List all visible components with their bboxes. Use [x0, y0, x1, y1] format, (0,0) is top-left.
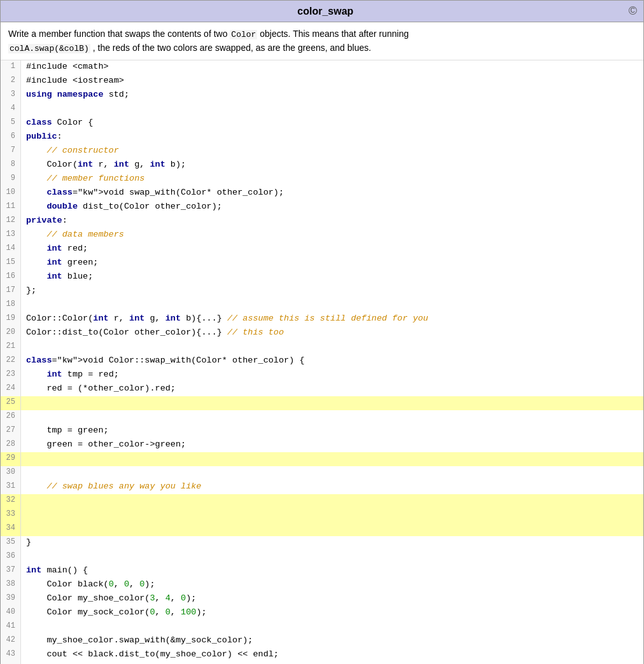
main-window: color_swap © Write a member function tha…	[0, 0, 644, 664]
line-number: 39	[1, 592, 21, 606]
line-number: 34	[1, 522, 21, 536]
line-content	[21, 620, 643, 634]
line-number: 17	[1, 284, 21, 298]
line-number: 40	[1, 606, 21, 620]
code-line: 26	[1, 410, 643, 424]
line-content: int tmp = red;	[21, 368, 643, 382]
line-number: 32	[1, 494, 21, 508]
code-line: 14 int red;	[1, 242, 643, 256]
editable-line[interactable]	[26, 453, 643, 463]
code-line: 22class="kw">void Color::swap_with(Color…	[1, 354, 643, 368]
line-number: 35	[1, 536, 21, 550]
code-line: 11 double dist_to(Color other_color);	[1, 200, 643, 214]
line-number: 25	[1, 396, 21, 410]
code-line: 12private:	[1, 214, 643, 228]
line-content	[21, 298, 643, 312]
copyright-icon: ©	[629, 4, 637, 18]
line-number: 30	[1, 466, 21, 480]
code-line: 39 Color my_shoe_color(3, 4, 0);	[1, 592, 643, 606]
code-line: 5class Color {	[1, 116, 643, 130]
line-content: int main() {	[21, 564, 643, 578]
line-number: 16	[1, 270, 21, 284]
line-number: 28	[1, 438, 21, 452]
code-line: 6public:	[1, 130, 643, 144]
code-line: 31 // swap blues any way you like	[1, 480, 643, 494]
line-content: // constructor	[21, 144, 643, 158]
code-line[interactable]: 34	[1, 522, 643, 536]
code-line: 3using namespace std;	[1, 88, 643, 102]
line-content: Color::dist_to(Color other_color){...} /…	[21, 326, 643, 340]
code-line: 37int main() {	[1, 564, 643, 578]
code-line: 28 green = other_color->green;	[1, 438, 643, 452]
line-number: 27	[1, 424, 21, 438]
code-line[interactable]: 33	[1, 508, 643, 522]
editable-line[interactable]	[26, 495, 643, 505]
desc-code-2: colA.swap(&colB)	[8, 44, 90, 53]
line-number: 20	[1, 326, 21, 340]
line-content: using namespace std;	[21, 88, 643, 102]
line-content: double dist_to(Color other_color);	[21, 200, 643, 214]
line-number: 37	[1, 564, 21, 578]
editable-line[interactable]	[26, 509, 643, 519]
line-number: 11	[1, 200, 21, 214]
code-line: 15 int green;	[1, 256, 643, 270]
line-content: red = (*other_color).red;	[21, 382, 643, 396]
line-content: my_shoe_color.swap_with(&my_sock_color);	[21, 634, 643, 648]
code-line[interactable]: 29	[1, 452, 643, 466]
line-content[interactable]	[21, 508, 643, 522]
line-content: // data members	[21, 228, 643, 242]
line-content[interactable]	[21, 494, 643, 508]
line-content[interactable]	[21, 452, 643, 466]
line-number: 3	[1, 88, 21, 102]
code-line: 35}	[1, 536, 643, 550]
editable-line[interactable]	[26, 398, 643, 407]
line-content: class="kw">void swap_with(Color* other_c…	[21, 186, 643, 200]
desc-text-1: Write a member function that swaps the c…	[8, 29, 230, 39]
code-line: 36	[1, 550, 643, 564]
desc-text-2: objects. This means that after running	[257, 29, 409, 39]
code-line: 23 int tmp = red;	[1, 368, 643, 382]
line-number: 2	[1, 74, 21, 88]
line-content	[21, 466, 643, 480]
code-line: 7 // constructor	[1, 144, 643, 158]
line-number: 18	[1, 298, 21, 312]
line-content: #include <iostream>	[21, 74, 643, 88]
line-number: 14	[1, 242, 21, 256]
code-line[interactable]: 32	[1, 494, 643, 508]
line-number: 26	[1, 410, 21, 424]
line-content: Color my_sock_color(0, 0, 100);	[21, 606, 643, 620]
line-number: 22	[1, 354, 21, 368]
line-content: green = other_color->green;	[21, 438, 643, 452]
code-line[interactable]: 25	[1, 396, 643, 410]
code-line: 24 red = (*other_color).red;	[1, 382, 643, 396]
editable-line[interactable]	[26, 523, 643, 533]
line-number: 6	[1, 130, 21, 144]
line-content: // swap blues any way you like	[21, 480, 643, 494]
line-content: class="kw">void Color::swap_with(Color* …	[21, 354, 643, 368]
line-content[interactable]	[21, 396, 643, 410]
line-number: 33	[1, 508, 21, 522]
code-line: 4	[1, 102, 643, 116]
line-content: Color black(0, 0, 0);	[21, 578, 643, 592]
line-number: 23	[1, 368, 21, 382]
line-content	[21, 102, 643, 116]
line-number: 13	[1, 228, 21, 242]
line-content: #include <cmath>	[21, 60, 643, 74]
line-content[interactable]	[21, 522, 643, 536]
line-number: 15	[1, 256, 21, 270]
line-content: }	[21, 536, 643, 550]
code-line: 10 class="kw">void swap_with(Color* othe…	[1, 186, 643, 200]
code-line: 30	[1, 466, 643, 480]
line-number: 4	[1, 102, 21, 116]
line-content: };	[21, 284, 643, 298]
line-number: 38	[1, 578, 21, 592]
line-number: 5	[1, 116, 21, 130]
code-line: 13 // data members	[1, 228, 643, 242]
code-editor[interactable]: 1#include <cmath>2#include <iostream>3us…	[1, 60, 643, 664]
line-content: class Color {	[21, 116, 643, 130]
line-content: int green;	[21, 256, 643, 270]
code-line: 2#include <iostream>	[1, 74, 643, 88]
code-line: 8 Color(int r, int g, int b);	[1, 158, 643, 172]
line-number: 29	[1, 452, 21, 466]
line-number: 43	[1, 648, 21, 662]
